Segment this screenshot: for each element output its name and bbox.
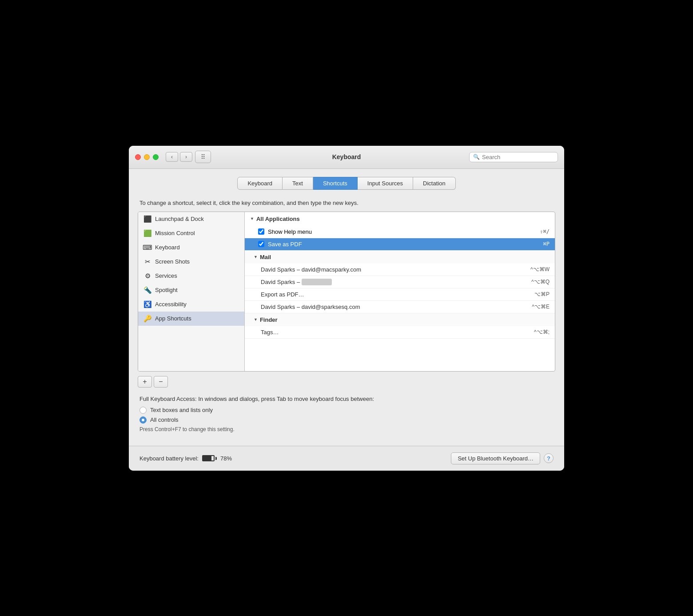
remove-shortcut-button[interactable]: − xyxy=(154,376,168,388)
radio-text-boxes-label: Text boxes and lists only xyxy=(150,407,213,413)
mail-item-key: ^⌥⌘E xyxy=(532,304,550,310)
battery-percent: 78% xyxy=(220,455,232,462)
save-as-pdf-key: ⌘P xyxy=(543,241,550,247)
titlebar: ‹ › ⠿ Keyboard 🔍 xyxy=(129,146,564,169)
mail-header: ▼ Mail xyxy=(245,251,555,264)
sidebar-item-mission-control[interactable]: 🟩 Mission Control xyxy=(138,226,244,240)
radio-all-controls-circle[interactable] xyxy=(139,416,147,424)
finder-item-name: Tags… xyxy=(261,329,534,336)
keyboard-access-title: Full Keyboard Access: In windows and dia… xyxy=(139,396,554,402)
sidebar-item-label: Accessibility xyxy=(155,301,187,308)
maximize-button[interactable] xyxy=(153,154,159,160)
mail-item-2[interactable]: Export as PDF… ⌥⌘P xyxy=(245,288,555,301)
shortcuts-panel: ▼ All Applications Show Help menu ⇧⌘/ Sa… xyxy=(245,212,555,371)
footer: Keyboard battery level: 78% Set Up Bluet… xyxy=(129,446,564,471)
bluetooth-keyboard-button[interactable]: Set Up Bluetooth Keyboard… xyxy=(451,452,540,464)
accessibility-icon: ♿ xyxy=(143,300,151,308)
show-help-menu-checkbox[interactable] xyxy=(258,228,264,235)
mail-item-0[interactable]: David Sparks – david@macsparky.com ^⌥⌘W xyxy=(245,264,555,276)
sidebar-item-label: Screen Shots xyxy=(155,258,190,265)
launchpad-icon: ⬛ xyxy=(143,215,151,223)
tab-shortcuts[interactable]: Shortcuts xyxy=(313,177,358,190)
search-box[interactable]: 🔍 xyxy=(469,152,558,162)
help-button[interactable]: ? xyxy=(544,453,554,463)
show-help-menu-label: Show Help menu xyxy=(268,228,536,235)
sidebar-item-label: App Shortcuts xyxy=(155,315,191,322)
save-as-pdf-label: Save as PDF xyxy=(268,241,540,248)
keyboard-icon: ⌨ xyxy=(143,244,151,252)
battery-info: Keyboard battery level: 78% xyxy=(139,455,232,462)
instruction-text: To change a shortcut, select it, click t… xyxy=(138,200,555,206)
forward-button[interactable]: › xyxy=(180,152,192,162)
battery-label: Keyboard battery level: xyxy=(139,455,199,462)
mail-item-name: David Sparks – david@macsparky.com xyxy=(261,266,530,273)
battery-tip xyxy=(215,457,217,460)
search-icon: 🔍 xyxy=(473,154,480,160)
spotlight-icon: 🔦 xyxy=(143,286,151,294)
triangle-icon: ▼ xyxy=(250,216,254,221)
tab-keyboard[interactable]: Keyboard xyxy=(237,177,283,190)
mail-item-key: ^⌥⌘W xyxy=(530,266,550,272)
hint-text: Press Control+F7 to change this setting. xyxy=(139,426,554,432)
app-shortcuts-icon: 🔑 xyxy=(143,315,151,323)
show-help-menu-key: ⇧⌘/ xyxy=(540,228,550,235)
battery-fill xyxy=(203,456,211,460)
footer-right: Set Up Bluetooth Keyboard… ? xyxy=(451,452,554,464)
show-help-menu-row[interactable]: Show Help menu ⇧⌘/ xyxy=(245,226,555,238)
sidebar-item-services[interactable]: ⚙ Services xyxy=(138,269,244,283)
tab-dictation[interactable]: Dictation xyxy=(413,177,456,190)
sidebar-item-accessibility[interactable]: ♿ Accessibility xyxy=(138,297,244,312)
finder-item-0[interactable]: Tags… ^⌥⌘; xyxy=(245,326,555,339)
sidebar-item-spotlight[interactable]: 🔦 Spotlight xyxy=(138,283,244,297)
nav-buttons: ‹ › xyxy=(166,152,192,162)
main-panel: ⬛ Launchpad & Dock 🟩 Mission Control ⌨ K… xyxy=(138,212,555,372)
sidebar-item-app-shortcuts[interactable]: 🔑 App Shortcuts xyxy=(138,312,244,326)
sidebar-item-launchpad[interactable]: ⬛ Launchpad & Dock xyxy=(138,212,244,226)
services-icon: ⚙ xyxy=(143,272,151,280)
sidebar-item-label: Spotlight xyxy=(155,287,178,293)
content-area: To change a shortcut, select it, click t… xyxy=(129,195,564,441)
mail-item-name: Export as PDF… xyxy=(261,291,534,298)
sidebar-item-keyboard[interactable]: ⌨ Keyboard xyxy=(138,240,244,255)
mail-item-name: David Sparks – david@sparksesq.com xyxy=(261,304,532,310)
sidebar-item-label: Launchpad & Dock xyxy=(155,216,204,222)
mail-item-key: ⌥⌘P xyxy=(534,291,550,297)
save-as-pdf-checkbox[interactable] xyxy=(258,241,264,247)
radio-text-boxes[interactable]: Text boxes and lists only xyxy=(139,407,554,414)
minimize-button[interactable] xyxy=(144,154,150,160)
battery-body xyxy=(202,455,215,461)
save-as-pdf-row[interactable]: Save as PDF ⌘P xyxy=(245,238,555,251)
traffic-lights xyxy=(135,154,159,160)
back-button[interactable]: ‹ xyxy=(166,152,178,162)
add-shortcut-button[interactable]: + xyxy=(138,376,152,388)
radio-text-boxes-circle[interactable] xyxy=(139,407,147,414)
screenshots-icon: ✂ xyxy=(143,258,151,266)
mission-control-icon: 🟩 xyxy=(143,229,151,237)
sidebar-item-label: Mission Control xyxy=(155,230,195,236)
tabs-bar: Keyboard Text Shortcuts Input Sources Di… xyxy=(129,169,564,195)
search-input[interactable] xyxy=(482,154,554,160)
tab-text[interactable]: Text xyxy=(283,177,313,190)
mail-label: Mail xyxy=(260,254,271,260)
sidebar-item-label: Keyboard xyxy=(155,244,180,251)
radio-all-controls[interactable]: All controls xyxy=(139,416,554,424)
triangle-icon: ▼ xyxy=(254,317,258,322)
tab-input-sources[interactable]: Input Sources xyxy=(358,177,413,190)
mail-item-1[interactable]: David Sparks – ^⌥⌘Q xyxy=(245,276,555,288)
keyboard-preferences-window: ‹ › ⠿ Keyboard 🔍 Keyboard Text Shortcuts… xyxy=(129,146,564,471)
blurred-email xyxy=(302,279,332,285)
window-title: Keyboard xyxy=(332,153,361,160)
grid-button[interactable]: ⠿ xyxy=(195,151,211,163)
close-button[interactable] xyxy=(135,154,141,160)
keyboard-access-section: Full Keyboard Access: In windows and dia… xyxy=(138,396,555,432)
mail-item-3[interactable]: David Sparks – david@sparksesq.com ^⌥⌘E xyxy=(245,301,555,313)
sidebar-item-label: Services xyxy=(155,272,177,279)
all-applications-label: All Applications xyxy=(256,216,300,222)
finder-header: ▼ Finder xyxy=(245,313,555,326)
triangle-icon: ▼ xyxy=(254,255,258,259)
radio-all-controls-label: All controls xyxy=(150,416,179,423)
add-remove-buttons: + − xyxy=(138,376,555,388)
sidebar-item-screenshots[interactable]: ✂ Screen Shots xyxy=(138,255,244,269)
finder-label: Finder xyxy=(260,316,278,323)
sidebar: ⬛ Launchpad & Dock 🟩 Mission Control ⌨ K… xyxy=(138,212,245,371)
